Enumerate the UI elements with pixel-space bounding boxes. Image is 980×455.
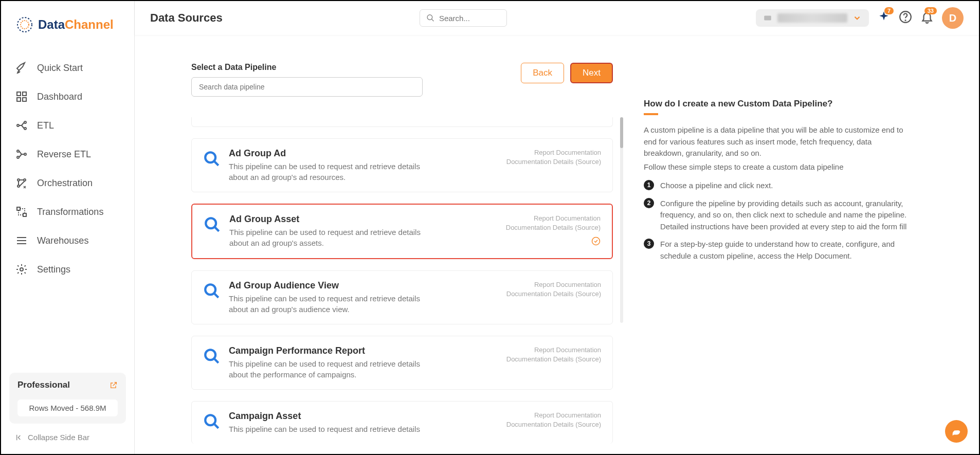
nav-label: Reverse ETL [37,149,91,160]
nav-dashboard[interactable]: Dashboard [1,82,134,111]
page-title: Data Sources [150,11,223,25]
logo-swirl-icon [15,15,34,34]
rocket-icon [15,62,28,74]
scrollbar[interactable] [620,117,623,323]
section-title: Select a Data Pipeline [191,63,423,72]
nav-settings[interactable]: Settings [1,255,134,284]
doc-link[interactable]: Documentation Details (Source) [506,223,601,232]
search-input[interactable] [439,14,500,23]
collapse-icon [15,433,24,442]
pipeline-card[interactable]: Ad Group Audience ViewThis pipeline can … [191,270,613,324]
svg-point-8 [24,128,26,130]
avatar[interactable]: D [942,7,964,29]
doc-link[interactable]: Documentation Details (Source) [506,289,601,299]
svg-line-37 [214,424,219,428]
nav: Quick Start Dashboard ETL Reverse ETL Or… [1,44,134,365]
step-number: 1 [644,180,654,190]
svg-point-6 [17,124,19,126]
svg-point-12 [17,179,20,181]
nav-orchestration[interactable]: Orchestration [1,169,134,197]
pipeline-card-truncated[interactable] [191,117,613,127]
info-panel: How do I create a new Custom Data Pipeli… [613,99,922,454]
svg-rect-24 [764,16,771,21]
doc-link[interactable]: Report Documentation [506,345,601,355]
magnifier-icon [203,282,221,300]
warehouses-icon [15,234,28,247]
bell-badge: 33 [924,7,937,14]
magnifier-icon [203,348,221,365]
chat-icon [951,426,962,437]
nav-etl[interactable]: ETL [1,111,134,140]
svg-rect-15 [17,207,20,210]
check-circle-icon [591,236,601,246]
doc-link[interactable]: Report Documentation [506,411,601,420]
nav-warehouses[interactable]: Warehouses [1,226,134,255]
step-text: Choose a pipeline and click next. [660,180,773,192]
pipeline-search-input[interactable] [191,77,423,97]
magnifier-icon [204,216,221,233]
magnifier-icon [203,413,221,430]
doc-link[interactable]: Report Documentation [506,148,601,157]
svg-rect-3 [23,92,26,96]
nav-label: ETL [37,120,54,131]
nav-label: Settings [37,264,70,275]
chat-fab[interactable] [945,420,968,443]
nav-transformations[interactable]: Transformations [1,197,134,226]
pipeline-desc: This pipeline can be used to request and… [229,424,424,434]
nav-label: Orchestration [37,178,93,189]
nav-quick-start[interactable]: Quick Start [1,53,134,82]
notifications-button[interactable]: 33 [920,10,934,26]
reverse-etl-icon [15,148,28,160]
pipeline-desc: This pipeline can be used to request and… [229,227,425,248]
svg-rect-2 [17,92,21,96]
info-underline [644,113,658,115]
doc-link[interactable]: Report Documentation [506,214,601,223]
transformations-icon [15,206,28,218]
svg-point-1 [21,21,29,29]
nav-reverse-etl[interactable]: Reverse ETL [1,140,134,169]
plan-name: Professional [17,380,70,390]
pipeline-card[interactable]: Campaign Performance ReportThis pipeline… [191,336,613,390]
logo[interactable]: DataChannel [1,1,134,44]
nav-label: Transformations [37,207,103,217]
dashboard-icon [15,90,28,103]
svg-line-23 [432,19,434,21]
step-number: 2 [644,198,654,208]
sidebar-footer: Professional Rows Moved - 568.9M Collaps… [1,365,134,454]
svg-point-26 [905,20,905,21]
step-text: Configure the pipeline by providing deta… [660,198,907,233]
plan-box[interactable]: Professional Rows Moved - 568.9M [9,373,126,424]
doc-link[interactable]: Documentation Details (Source) [506,157,601,167]
nav-label: Quick Start [37,63,83,74]
next-button[interactable]: Next [570,63,613,83]
back-button[interactable]: Back [521,63,564,83]
doc-link[interactable]: Documentation Details (Source) [506,355,601,364]
pipeline-title: Ad Group Ad [229,148,498,159]
svg-point-32 [205,284,215,295]
help-icon [899,10,912,24]
svg-point-39 [956,431,957,432]
topbar: Data Sources 7 33 D [135,1,979,35]
svg-point-31 [592,238,600,245]
svg-line-30 [214,227,219,231]
workspace-switcher[interactable] [756,9,869,27]
pipeline-card-selected[interactable]: Ad Group AssetThis pipeline can be used … [191,204,613,259]
svg-rect-4 [17,98,21,101]
doc-link[interactable]: Documentation Details (Source) [506,420,601,429]
svg-point-20 [20,268,23,271]
svg-line-28 [214,161,219,166]
help-button[interactable] [899,10,912,26]
pipeline-list: Ad Group AdThis pipeline can be used to … [191,117,613,444]
pipeline-card[interactable]: Campaign AssetThis pipeline can be used … [191,401,613,444]
pipeline-card[interactable]: Ad Group AdThis pipeline can be used to … [191,138,613,192]
svg-rect-5 [23,98,26,101]
workspace-icon [763,13,772,23]
sparkle-badge: 7 [884,7,894,14]
info-text: A custom pipeline is a data pipeline tha… [644,124,907,159]
gear-icon [15,263,28,276]
svg-line-33 [214,293,219,298]
sparkle-button[interactable]: 7 [877,10,891,26]
pipeline-title: Campaign Asset [229,411,498,422]
doc-link[interactable]: Report Documentation [506,280,601,289]
collapse-sidebar[interactable]: Collapse Side Bar [9,429,126,446]
